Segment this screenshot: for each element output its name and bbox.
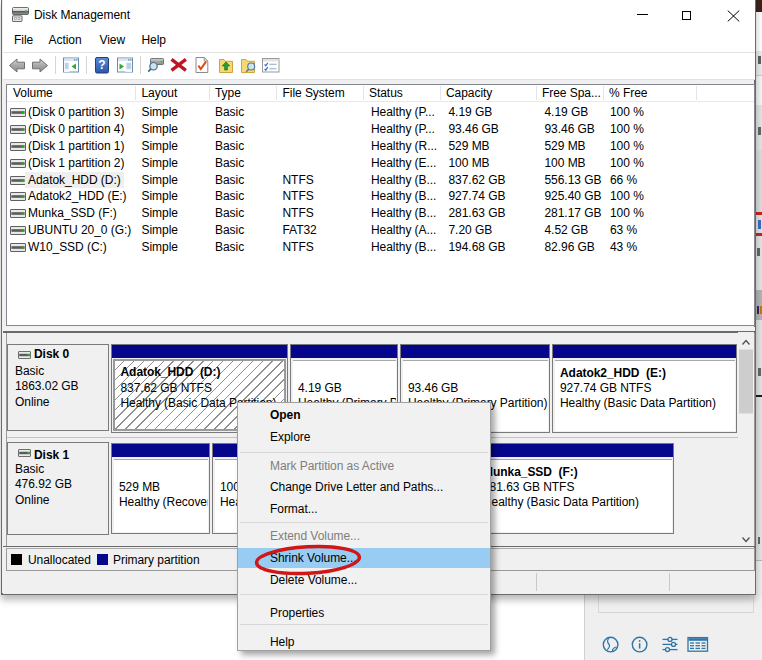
svg-text:?: ?: [98, 58, 105, 72]
